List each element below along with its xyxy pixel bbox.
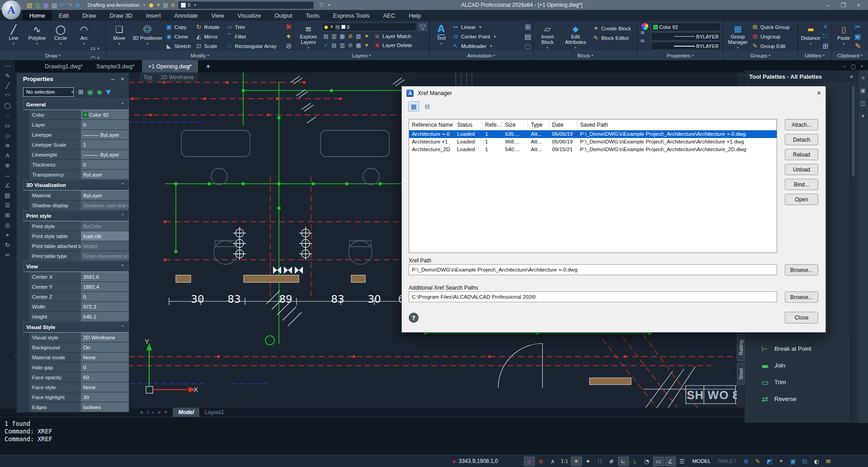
layer-tool-icon[interactable]: ⊘ bbox=[346, 32, 354, 40]
status-toggle-icon[interactable]: ⊕ bbox=[536, 457, 547, 466]
section-header[interactable]: Visual Style bbox=[24, 322, 120, 332]
linetype-combo[interactable]: BYLAYER bbox=[651, 32, 721, 41]
status-toggle-icon[interactable]: ∟ bbox=[618, 457, 629, 466]
drawing-window-control-icon[interactable]: × bbox=[860, 63, 863, 70]
layout-nav-icon[interactable]: ‹ bbox=[147, 409, 149, 415]
modify-tool[interactable]: ▭ Trim bbox=[226, 24, 284, 30]
left-tool-icon[interactable]: ◇ bbox=[5, 133, 10, 138]
drawing-window-control-icon[interactable]: – bbox=[843, 63, 846, 70]
draw-tool-button[interactable]: ◯ Circle bbox=[50, 22, 71, 51]
xref-row[interactable]: Architecture_2D Loaded 1 540.... Att... … bbox=[409, 146, 777, 153]
modify-tool[interactable]: ◉ Clone bbox=[165, 33, 195, 40]
menu-tab[interactable]: AEC bbox=[376, 10, 402, 21]
group-manager-button[interactable]: ▦ Group Manager bbox=[726, 22, 750, 51]
tool-palettes-header[interactable]: Tool Palettes - All Palettes × bbox=[745, 71, 858, 82]
status-toggle-icon[interactable]: ◔ bbox=[642, 457, 652, 466]
xref-action-button[interactable]: Bind... bbox=[785, 179, 818, 190]
lineweight-combo[interactable]: BYLAYER bbox=[651, 42, 721, 50]
help-icon[interactable]: ? bbox=[409, 313, 419, 323]
property-row[interactable]: Print style Print style bbox=[23, 210, 129, 221]
status-tool-icon[interactable]: ⚙ bbox=[741, 457, 751, 466]
xref-column-header[interactable]: Size bbox=[502, 120, 528, 129]
layer-tool-icon[interactable]: ▧ bbox=[354, 32, 363, 40]
left-tool-icon[interactable]: ▭ bbox=[5, 123, 10, 129]
left-tool-icon[interactable]: ⋯ bbox=[5, 63, 10, 69]
quick-access-icon[interactable]: ⚙ bbox=[75, 2, 80, 9]
group-label-annotation[interactable]: Annotation bbox=[429, 51, 533, 60]
list-view-icon[interactable]: ▦ bbox=[408, 101, 419, 111]
layer-tool-icon[interactable]: ✦ bbox=[363, 32, 371, 40]
layout-nav-icon[interactable]: « bbox=[140, 409, 143, 415]
properties-tool-icon[interactable]: ▣ bbox=[87, 88, 93, 95]
property-value[interactable]: 0 bbox=[83, 294, 86, 300]
palette-tool-item[interactable]: ▬ Join bbox=[751, 357, 849, 374]
annotation-extra-icon[interactable]: ⊞ bbox=[524, 23, 531, 31]
clipboard-icon[interactable]: ✎ bbox=[854, 42, 861, 50]
property-row[interactable]: 3D Visualization 3D Visualization bbox=[23, 180, 129, 191]
modify-tool[interactable]: ⌒ Fillet bbox=[226, 33, 284, 41]
property-value[interactable]: Isolines bbox=[83, 405, 101, 410]
layer-tool-icon[interactable]: ▤ bbox=[330, 41, 338, 49]
property-value[interactable]: None bbox=[83, 355, 96, 360]
property-value[interactable]: 0 bbox=[83, 365, 86, 370]
palette-edge-icon[interactable]: ≡ bbox=[861, 75, 864, 81]
modify-extra-icon[interactable]: ✦ bbox=[286, 32, 292, 41]
group-label-draw[interactable]: Draw bbox=[0, 51, 106, 60]
property-row[interactable]: Thickness Thickness 0 bbox=[29, 160, 129, 170]
3d-positioner-button[interactable]: 3D Positioner bbox=[131, 22, 163, 51]
property-row[interactable]: Center X Center X 3591.6 bbox=[29, 272, 129, 282]
palette-close-icon[interactable]: × bbox=[849, 73, 853, 80]
tree-view-icon[interactable]: ⊟ bbox=[422, 101, 433, 111]
property-value[interactable]: 3591.6 bbox=[83, 274, 99, 280]
model-tab[interactable]: Model bbox=[173, 408, 199, 417]
property-value[interactable]: Shadows cast and r... bbox=[83, 203, 129, 208]
property-list-icon[interactable]: ≋ bbox=[640, 29, 645, 36]
status-tool-icon[interactable]: ⌖ bbox=[776, 457, 787, 466]
menu-tab[interactable]: Visualize bbox=[231, 10, 268, 21]
modify-extra-icon[interactable]: ✖ bbox=[286, 23, 292, 31]
property-value[interactable]: 545.1 bbox=[83, 314, 96, 319]
annotation-extra-icon[interactable]: ◌ bbox=[524, 42, 531, 50]
xref-row[interactable]: Architecture +-0 Loaded 1 535.... Att...… bbox=[409, 130, 777, 138]
property-value[interactable]: Icad.ctb bbox=[83, 234, 101, 239]
annotation-tool[interactable]: ↔ Linear bbox=[452, 24, 523, 30]
modify-tool[interactable]: ▣ Copy bbox=[165, 24, 195, 30]
property-row[interactable]: Linetype Scale Linetype Scale 1 bbox=[29, 140, 129, 150]
left-tool-icon[interactable]: ✎ bbox=[5, 73, 10, 79]
property-row[interactable]: Shadow display Shadow display Shadows ca… bbox=[29, 200, 129, 210]
document-tab[interactable]: Sampler3.dwg* bbox=[90, 60, 141, 72]
layer-delete-button[interactable]: ✖ Layer Delete bbox=[373, 42, 412, 49]
property-row[interactable]: Face style Face style None bbox=[29, 382, 129, 392]
property-value[interactable]: Color 92 bbox=[89, 112, 108, 118]
property-row[interactable]: Background Background On bbox=[29, 343, 129, 353]
group-label-clipboard[interactable]: Clipboard bbox=[832, 51, 868, 60]
left-tool-icon[interactable]: ⊕ bbox=[5, 162, 10, 168]
left-tool-icon[interactable]: ◯ bbox=[4, 103, 11, 109]
status-toggle-icon[interactable]: # bbox=[606, 457, 617, 466]
tab-close-icon[interactable]: × bbox=[187, 63, 191, 70]
menu-tab[interactable]: Annotate bbox=[168, 10, 205, 21]
layout-nav-icon[interactable]: + bbox=[164, 409, 167, 415]
text-button[interactable]: A Text bbox=[432, 22, 450, 51]
property-value[interactable]: 1 bbox=[83, 142, 86, 148]
property-row[interactable]: Lineweight Lineweight ——— ByLayer bbox=[29, 150, 129, 160]
group-label-properties[interactable]: Properties bbox=[637, 51, 723, 60]
properties-tool-icon[interactable]: ◉ bbox=[97, 88, 102, 95]
layer-filter-icon[interactable]: ▽ bbox=[418, 23, 427, 31]
block-tool[interactable]: ✎ Block Editor bbox=[592, 34, 631, 41]
property-value[interactable]: ByColor bbox=[83, 224, 102, 229]
command-line[interactable]: 1 foundCommand: XREFCommand: XREF bbox=[0, 417, 868, 455]
property-row[interactable]: Face opacity Face opacity 60 bbox=[29, 372, 129, 382]
xref-action-button[interactable]: Reload bbox=[785, 149, 818, 160]
palette-tool-item[interactable]: ▭ Trim bbox=[751, 374, 849, 391]
property-row[interactable]: Face highlight Face highlight 30 bbox=[29, 392, 129, 402]
property-row[interactable]: Visual style Visual style 2D Wireframe bbox=[29, 333, 129, 343]
property-row[interactable]: Center Y Center Y 1892.4 bbox=[29, 282, 129, 292]
palette-scrollbar[interactable] bbox=[850, 84, 856, 421]
xref-action-button[interactable]: Unload bbox=[785, 164, 818, 175]
layer-state-icon[interactable]: ☀ bbox=[155, 2, 162, 8]
layer-match-button[interactable]: ≋ Layer Match bbox=[373, 33, 411, 40]
edit-attributes-button[interactable]: ◆ Edit Attributes bbox=[561, 22, 590, 51]
xref-search-paths-input[interactable]: C:\Program Files\ALCAD\ALCAD Professiona… bbox=[409, 291, 777, 302]
property-row[interactable]: Visual Style Visual Style bbox=[23, 322, 129, 333]
